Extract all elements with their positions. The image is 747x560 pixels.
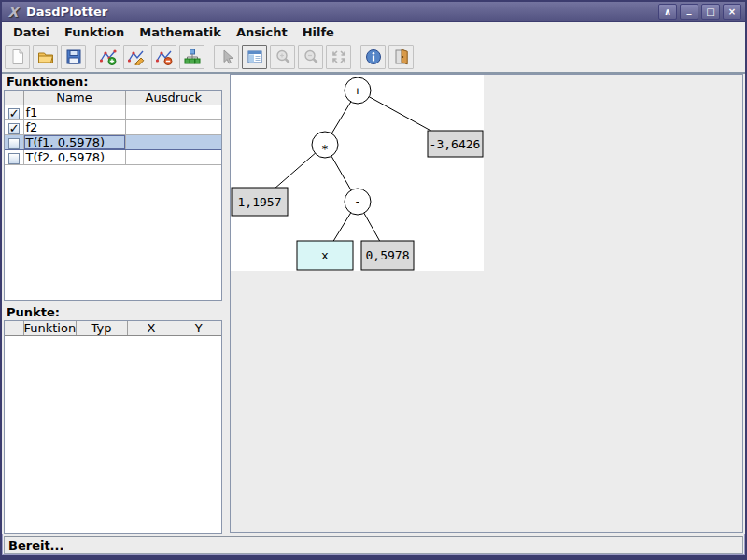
panel-view-icon [247, 49, 263, 65]
edit-function-icon [128, 49, 145, 65]
points-table: Funktion Typ X Y [5, 321, 221, 336]
tree-view-icon [184, 49, 201, 65]
functions-panel-title: Funktionen: [4, 74, 222, 90]
function-expression[interactable] [125, 135, 221, 150]
column-header-y[interactable]: Y [176, 321, 221, 336]
window-title: DasdPlotter [26, 5, 655, 19]
panel-splitter[interactable] [222, 74, 230, 534]
visibility-checkbox[interactable] [8, 123, 20, 134]
minimize-button[interactable]: _ [680, 4, 698, 20]
content-area: Funktionen: Name Ausdruck [2, 72, 745, 534]
function-name[interactable]: T(f1, 0,5978) [23, 135, 125, 150]
functions-table-container[interactable]: Name Ausdruck f1 [4, 90, 222, 301]
app-window: X DasdPlotter ∧ _ □ × Datei Funktion Mat… [0, 0, 747, 560]
function-name[interactable]: f1 [23, 105, 125, 120]
toolbar [2, 42, 745, 72]
delete-function-button[interactable] [151, 45, 176, 69]
shade-icon: ∧ [664, 7, 671, 17]
left-panel: Funktionen: Name Ausdruck [4, 74, 222, 534]
menu-mathematik[interactable]: Mathematik [132, 23, 229, 41]
function-row-f1[interactable]: f1 [5, 105, 221, 120]
column-header-check[interactable] [5, 321, 23, 336]
tree-node-variable-x[interactable]: x [297, 241, 353, 270]
expression-tree-canvas[interactable]: + * - 1,1957 [231, 75, 484, 271]
main-panel[interactable]: + * - 1,1957 [230, 74, 743, 533]
new-document-button [5, 45, 30, 69]
tree-view-button[interactable] [179, 45, 204, 69]
titlebar[interactable]: X DasdPlotter ∧ _ □ × [2, 2, 745, 22]
minimize-icon: _ [687, 5, 692, 14]
tree-node-constant-1[interactable]: 1,1957 [232, 188, 288, 216]
points-panel-title: Punkte: [4, 304, 222, 320]
tree-node-plus[interactable]: + [345, 77, 371, 104]
add-function-icon [100, 49, 117, 65]
new-document-icon [9, 49, 26, 65]
svg-text:1,1957: 1,1957 [238, 195, 282, 209]
visibility-checkbox[interactable] [8, 153, 20, 164]
svg-text:+: + [354, 84, 361, 98]
zoom-out-icon [303, 49, 319, 65]
column-header-check[interactable] [5, 91, 23, 105]
tree-node-constant-2[interactable]: -3,6426 [428, 131, 483, 157]
menu-ansicht[interactable]: Ansicht [229, 23, 295, 41]
menu-datei[interactable]: Datei [6, 23, 57, 41]
svg-text:*: * [321, 142, 329, 156]
open-folder-icon [37, 49, 54, 65]
toolbar-group-function [95, 45, 204, 69]
column-header-name[interactable]: Name [23, 91, 125, 105]
function-row-f2[interactable]: f2 [5, 120, 221, 135]
zoom-in-button [270, 45, 295, 69]
visibility-checkbox[interactable] [8, 108, 20, 119]
close-button[interactable]: × [723, 4, 741, 20]
maximize-button[interactable]: □ [701, 4, 720, 20]
edit-function-button[interactable] [123, 45, 148, 69]
functions-section: Funktionen: Name Ausdruck [4, 74, 222, 301]
svg-text:x: x [321, 248, 329, 262]
menu-funktion[interactable]: Funktion [57, 23, 132, 41]
expression-tree: + * - 1,1957 [231, 75, 484, 271]
points-table-header: Funktion Typ X Y [5, 321, 221, 336]
toolbar-group-view [214, 45, 351, 69]
app-logo-icon: X [6, 5, 21, 20]
function-name[interactable]: T(f2, 0,5978) [23, 150, 125, 165]
points-table-container[interactable]: Funktion Typ X Y [4, 320, 222, 534]
points-section: Punkte: Funktion Typ X Y [4, 304, 222, 534]
status-text: Bereit... [8, 539, 63, 553]
info-button[interactable] [360, 45, 386, 69]
menubar: Datei Funktion Mathematik Ansicht Hilfe [2, 22, 745, 42]
svg-text:-: - [354, 194, 361, 208]
tree-node-constant-3[interactable]: 0,5978 [361, 241, 414, 270]
maximize-icon: □ [706, 7, 714, 17]
tree-node-minus[interactable]: - [345, 189, 371, 215]
panel-view-button[interactable] [242, 45, 267, 69]
function-row-tf1[interactable]: T(f1, 0,5978) [5, 135, 221, 150]
menu-hilfe[interactable]: Hilfe [295, 23, 342, 41]
tree-node-times[interactable]: * [312, 132, 338, 158]
visibility-checkbox[interactable] [8, 138, 20, 149]
shade-button[interactable]: ∧ [658, 4, 677, 20]
toolbar-group-app [360, 45, 414, 69]
functions-table: Name Ausdruck f1 [5, 91, 221, 165]
zoom-out-button [298, 45, 323, 69]
function-expression[interactable] [125, 105, 221, 120]
save-button[interactable] [61, 45, 86, 69]
delete-function-icon [156, 49, 173, 65]
select-cursor-button [214, 45, 239, 69]
toolbar-group-file [5, 45, 86, 69]
exit-button[interactable] [388, 45, 414, 69]
function-row-tf2[interactable]: T(f2, 0,5978) [5, 150, 221, 165]
function-expression[interactable] [125, 150, 221, 165]
open-file-button[interactable] [33, 45, 58, 69]
svg-text:-3,6426: -3,6426 [430, 137, 481, 151]
column-header-function[interactable]: Funktion [23, 321, 76, 336]
column-header-type[interactable]: Typ [76, 321, 127, 336]
column-header-expression[interactable]: Ausdruck [125, 91, 221, 105]
cursor-icon [218, 49, 235, 65]
function-name[interactable]: f2 [23, 120, 125, 135]
zoom-in-icon [275, 49, 291, 65]
info-icon [365, 49, 382, 65]
function-expression[interactable] [125, 120, 221, 135]
functions-table-header: Name Ausdruck [5, 91, 221, 105]
add-function-button[interactable] [95, 45, 120, 69]
column-header-x[interactable]: X [127, 321, 176, 336]
